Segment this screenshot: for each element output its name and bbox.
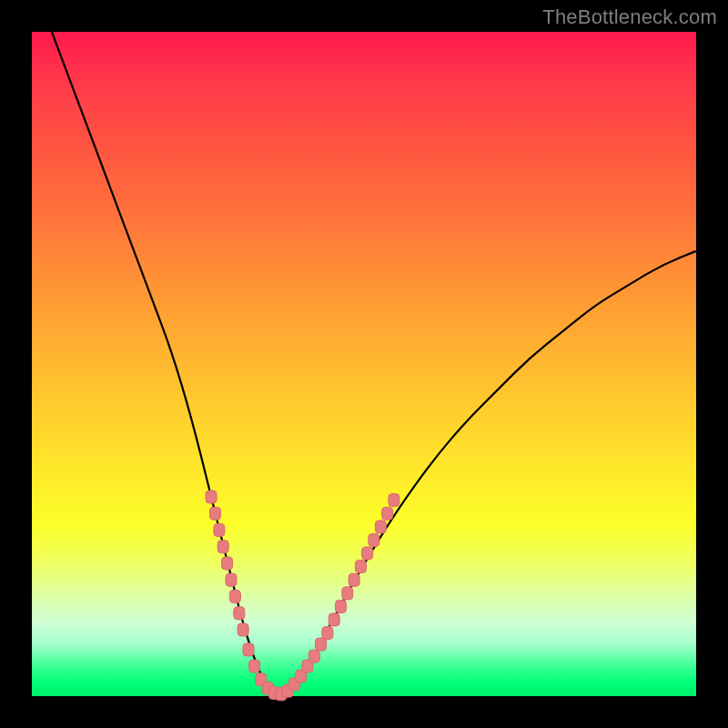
curve-marker bbox=[308, 650, 319, 662]
curve-marker bbox=[217, 541, 228, 553]
chart-frame: TheBottleneck.com bbox=[0, 0, 728, 728]
curve-marker bbox=[222, 557, 233, 570]
curve-marker bbox=[342, 587, 353, 600]
curve-marker bbox=[389, 494, 399, 507]
curve-marker bbox=[369, 534, 379, 547]
plot-area bbox=[32, 32, 696, 696]
curve-marker bbox=[362, 547, 373, 560]
curve-marker bbox=[355, 561, 366, 573]
curve-marker bbox=[234, 607, 245, 620]
curve-marker bbox=[349, 573, 359, 586]
bottleneck-curve bbox=[52, 32, 696, 694]
curve-marker bbox=[238, 623, 248, 636]
watermark-text: TheBottleneck.com bbox=[542, 5, 717, 29]
curve-marker bbox=[329, 613, 339, 626]
curve-marker bbox=[316, 638, 327, 651]
curve-marker bbox=[322, 627, 333, 640]
curve-marker bbox=[382, 507, 393, 520]
curve-marker bbox=[226, 573, 237, 586]
curve-marker bbox=[336, 601, 347, 613]
chart-svg bbox=[32, 32, 696, 696]
curve-marker bbox=[206, 490, 217, 503]
curve-marker bbox=[229, 591, 240, 603]
curve-marker bbox=[210, 507, 221, 520]
curve-marker bbox=[214, 524, 225, 537]
curve-markers bbox=[206, 490, 399, 701]
curve-marker bbox=[375, 521, 386, 533]
curve-marker bbox=[243, 643, 254, 656]
curve-marker bbox=[249, 660, 260, 672]
